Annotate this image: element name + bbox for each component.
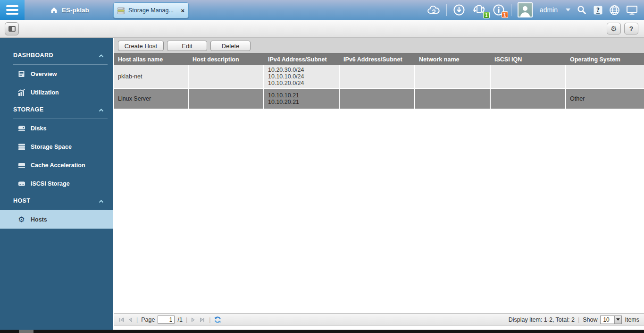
home-button[interactable]: ES-pklab bbox=[50, 6, 89, 14]
items-label: Items bbox=[625, 316, 639, 323]
background-tasks-icon[interactable] bbox=[453, 4, 465, 16]
info-badge: 1 bbox=[502, 11, 508, 18]
cell-iscsi-iqn bbox=[491, 89, 566, 109]
ipv4-value: 10.10.20.0/24 bbox=[268, 80, 339, 86]
chevron-up-icon bbox=[99, 51, 104, 60]
column-header-host-description[interactable]: Host description bbox=[189, 56, 264, 63]
cloud-icon[interactable] bbox=[427, 5, 440, 15]
pagination-separator: | bbox=[136, 316, 138, 323]
user-menu[interactable]: admin bbox=[540, 6, 558, 14]
host-alias-value: pklab-net bbox=[118, 73, 188, 80]
storage-space-icon bbox=[17, 144, 25, 150]
column-header-host-alias[interactable]: Host alias name bbox=[114, 56, 189, 63]
chevron-down-icon[interactable] bbox=[614, 316, 621, 324]
device-name-label: ES-pklab bbox=[62, 7, 89, 14]
sidebar-item-utilization[interactable]: Utilization bbox=[0, 83, 113, 102]
column-header-ipv4[interactable]: IPv4 Address/Subnet bbox=[264, 56, 340, 63]
help-icon[interactable]: ? bbox=[593, 5, 603, 15]
last-page-button[interactable] bbox=[199, 316, 206, 323]
pagination-separator: | bbox=[578, 316, 579, 323]
page-size-select[interactable]: 10 bbox=[600, 316, 622, 324]
sidebar-item-overview[interactable]: Overview bbox=[0, 65, 113, 83]
section-header-dashboard[interactable]: DASHBOARD bbox=[0, 50, 113, 60]
sidebar-item-label: Hosts bbox=[31, 216, 47, 223]
chevron-up-icon bbox=[99, 105, 104, 114]
search-icon[interactable] bbox=[577, 5, 587, 15]
edit-button[interactable]: Edit bbox=[167, 41, 207, 51]
sidebar-item-disks[interactable]: Disks bbox=[0, 119, 113, 137]
secondary-toolbar: ⚙ ? bbox=[0, 20, 644, 38]
bottom-scrollbar[interactable] bbox=[0, 330, 644, 333]
next-page-button[interactable] bbox=[191, 316, 196, 323]
topbar-divider bbox=[446, 4, 447, 16]
sync-badge: 1 bbox=[483, 12, 490, 18]
ipv4-value: 10.10.10.0/24 bbox=[268, 73, 339, 80]
monitor-icon[interactable] bbox=[626, 5, 638, 15]
hosts-gear-icon: ⚙ bbox=[17, 216, 25, 223]
cache-acceleration-icon bbox=[17, 162, 25, 169]
column-header-network-name[interactable]: Network name bbox=[415, 56, 491, 63]
table-header: Host alias name Host description IPv4 Ad… bbox=[114, 53, 644, 65]
table-row-linux-server[interactable]: Linux Server 10.10.10.21 10.10.20.21 Oth… bbox=[114, 89, 644, 110]
pagination-separator: | bbox=[186, 316, 187, 323]
ipv4-value: 10.10.10.21 bbox=[268, 92, 339, 99]
cell-ipv4: 10.10.10.21 10.10.20.21 bbox=[264, 89, 340, 109]
tab-storage-manager[interactable]: Storage Manag... × bbox=[113, 2, 189, 18]
overview-icon bbox=[17, 70, 25, 77]
column-header-operating-system[interactable]: Operating System bbox=[566, 56, 644, 63]
info-icon[interactable]: 1 bbox=[493, 4, 505, 16]
main-menu-button[interactable] bbox=[0, 0, 25, 20]
help-button[interactable]: ? bbox=[624, 23, 638, 34]
table-row-pklab-net[interactable]: pklab-net 10.20.30.0/24 10.10.10.0/24 10… bbox=[114, 65, 644, 89]
section-dashboard: DASHBOARD Overview Utilization bbox=[0, 50, 113, 102]
section-header-storage[interactable]: STORAGE bbox=[0, 104, 113, 115]
section-host: HOST ⚙ Hosts bbox=[0, 196, 113, 229]
page-label: Page bbox=[141, 316, 155, 323]
external-device-sync-icon[interactable]: 1 bbox=[471, 3, 486, 17]
delete-button[interactable]: Delete bbox=[210, 41, 251, 51]
total-pages-label: /1 bbox=[177, 316, 182, 323]
refresh-button[interactable] bbox=[214, 316, 222, 324]
caret-down-icon[interactable] bbox=[566, 9, 570, 11]
cell-host-description bbox=[189, 65, 264, 88]
section-header-host[interactable]: HOST bbox=[0, 196, 113, 206]
bottom-scrollbar-thumb[interactable] bbox=[19, 330, 33, 333]
sidebar-toggle-button[interactable] bbox=[5, 22, 19, 35]
page-input[interactable] bbox=[158, 316, 175, 324]
avatar[interactable] bbox=[518, 2, 533, 17]
disks-icon bbox=[17, 125, 25, 132]
home-icon bbox=[50, 6, 58, 14]
cell-host-alias: pklab-net bbox=[114, 65, 189, 88]
tab-label: Storage Manag... bbox=[128, 7, 178, 14]
page-size-value: 10 bbox=[601, 316, 614, 324]
sidebar-item-storage-space[interactable]: Storage Space bbox=[0, 137, 113, 156]
hosts-toolbar: Create Host Edit Delete bbox=[114, 38, 644, 53]
sidebar-item-label: Disks bbox=[31, 125, 46, 132]
section-label: HOST bbox=[13, 197, 99, 204]
show-label: Show bbox=[583, 316, 597, 323]
ipv4-value: 10.10.20.21 bbox=[268, 99, 339, 105]
cell-operating-system bbox=[566, 65, 644, 88]
first-page-button[interactable] bbox=[118, 316, 125, 323]
display-info-label: Display item: 1-2, Total: 2 bbox=[509, 316, 575, 323]
close-icon[interactable]: × bbox=[181, 8, 184, 14]
cell-host-alias: Linux Server bbox=[114, 89, 189, 109]
globe-icon[interactable] bbox=[609, 5, 620, 16]
sidebar-item-label: Cache Acceleration bbox=[31, 162, 85, 169]
column-header-ipv6[interactable]: IPv6 Address/Subnet bbox=[340, 56, 415, 63]
sidebar-item-cache-acceleration[interactable]: Cache Acceleration bbox=[0, 156, 113, 174]
sidebar-item-iscsi-storage[interactable]: iSCSI Storage bbox=[0, 174, 113, 193]
sidebar-item-label: Storage Space bbox=[31, 144, 72, 150]
section-label: STORAGE bbox=[13, 106, 99, 113]
content-bottom-margin bbox=[114, 326, 644, 330]
settings-button[interactable]: ⚙ bbox=[607, 23, 621, 34]
section-storage: STORAGE Disks Storage Space Cache Accele… bbox=[0, 104, 113, 193]
create-host-button[interactable]: Create Host bbox=[118, 41, 164, 51]
column-header-iscsi-iqn[interactable]: iSCSI IQN bbox=[491, 56, 566, 63]
host-alias-value: Linux Server bbox=[118, 95, 188, 102]
pagination-bar: | Page /1 | | Display item: 1-2, Total: … bbox=[114, 313, 644, 326]
cell-host-description bbox=[189, 89, 264, 109]
sidebar-item-hosts[interactable]: ⚙ Hosts bbox=[0, 210, 113, 229]
ipv4-value: 10.20.30.0/24 bbox=[268, 67, 339, 73]
prev-page-button[interactable] bbox=[127, 316, 133, 323]
